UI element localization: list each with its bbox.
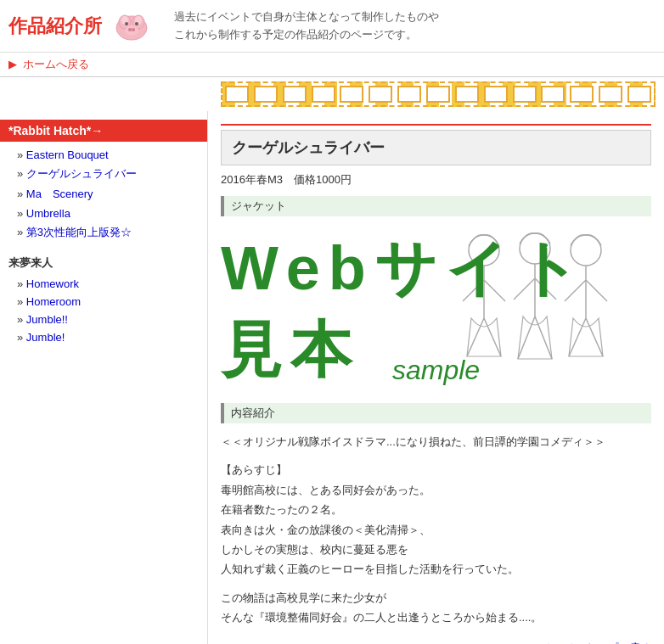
content-title: クーゲルシュライバー xyxy=(221,130,651,165)
deco-block xyxy=(312,86,335,103)
sample-image-area: Webサイト見本 sample xyxy=(221,225,651,395)
sample-sub-text: sample xyxy=(392,355,480,386)
home-link[interactable]: ホームへ戻る xyxy=(23,58,89,70)
svg-line-13 xyxy=(484,280,505,301)
header-desc-line2: これから制作する予定の作品紹介のページです。 xyxy=(174,26,439,44)
desc-para-1: ＜＜オリジナル戦隊ボイスドラマ...になり損ねた、前日譚的学園コメディ＞＞ xyxy=(221,432,651,451)
deco-block xyxy=(225,86,249,103)
sidebar-item-jumble2[interactable]: Jumble!! xyxy=(0,311,207,328)
deco-block xyxy=(340,86,363,103)
sidebar-link-ma-scenery[interactable]: Ma Scenery xyxy=(26,188,93,200)
sidebar-link-homework[interactable]: Homework xyxy=(26,277,79,290)
deco-block xyxy=(455,86,479,103)
content-meta: 2016年春M3 価格1000円 xyxy=(221,172,651,188)
sidebar-item-ma-scenery[interactable]: Ma Scenery xyxy=(0,184,207,204)
sidebar-link-jumble2[interactable]: Jumble!! xyxy=(26,313,68,326)
sidebar-link-jumble1[interactable]: Jumble! xyxy=(26,331,65,344)
sidebar-group-2: 来夢来人 Homework Homeroom Jumble!! Jumble! xyxy=(0,251,207,346)
svg-line-24 xyxy=(565,280,586,301)
sidebar-link-eastern-bouquet[interactable]: Eastern Bouquet xyxy=(26,148,109,161)
sidebar-item-kugelschreiber[interactable]: クーゲルシュライバー xyxy=(0,164,207,184)
sidebar-link-kugelschreiber[interactable]: クーゲルシュライバー xyxy=(26,167,137,180)
svg-point-5 xyxy=(125,25,138,36)
sidebar-group-1: *Rabbit Hatch*→ Eastern Bouquet クーゲルシュライ… xyxy=(0,120,207,243)
sidebar-item-homework[interactable]: Homework xyxy=(0,275,207,293)
header-description: 過去にイベントで自身が主体となって制作したものや これから制作する予定の作品紹介… xyxy=(174,8,439,44)
deco-block xyxy=(599,86,622,103)
jacket-label: ジャケット xyxy=(221,196,651,216)
logo-text: 作品紹介所 xyxy=(8,14,102,39)
header-desc-line1: 過去にイベントで自身が主体となって制作したものや xyxy=(174,8,439,26)
deco-banner xyxy=(0,77,664,111)
deco-inner xyxy=(221,81,656,107)
deco-block xyxy=(254,86,278,103)
deco-block xyxy=(513,86,537,103)
svg-point-6 xyxy=(128,28,132,31)
main-layout: *Rabbit Hatch*→ Eastern Bouquet クーゲルシュライ… xyxy=(0,111,664,644)
sidebar-group-title-2: 来夢来人 xyxy=(0,251,207,275)
logo-pig-icon xyxy=(106,7,157,45)
svg-point-8 xyxy=(125,22,128,25)
svg-point-9 xyxy=(135,22,138,25)
sidebar-link-3rd[interactable]: 第3次性能向上版発☆ xyxy=(26,226,132,238)
intro-label: 内容紹介 xyxy=(221,403,651,423)
deco-block xyxy=(426,86,450,103)
sidebar-item-3rd[interactable]: 第3次性能向上版発☆ xyxy=(0,222,207,243)
page-top-anchor[interactable]: ページのトップへ戻る xyxy=(530,641,651,644)
nav-bar: ▶ ホームへ戻る xyxy=(0,53,664,77)
nav-arrow-icon: ▶ xyxy=(8,58,17,70)
deco-block xyxy=(570,86,594,103)
deco-block xyxy=(484,86,508,103)
sidebar-item-homeroom[interactable]: Homeroom xyxy=(0,293,207,311)
deco-block xyxy=(397,86,421,103)
deco-block xyxy=(369,86,392,103)
svg-line-19 xyxy=(535,278,556,300)
page-top-link[interactable]: ページのトップへ戻る xyxy=(221,641,651,644)
svg-line-25 xyxy=(586,280,607,301)
deco-block xyxy=(541,86,565,103)
sidebar-link-homeroom[interactable]: Homeroom xyxy=(26,295,81,308)
deco-block xyxy=(283,86,307,103)
red-divider xyxy=(221,124,651,126)
deco-block xyxy=(627,86,651,103)
header-logo: 作品紹介所 xyxy=(8,7,157,45)
sidebar-item-eastern-bouquet[interactable]: Eastern Bouquet xyxy=(0,146,207,164)
sidebar-item-umbrella[interactable]: Umbrella xyxy=(0,204,207,222)
svg-point-7 xyxy=(132,28,135,31)
svg-line-18 xyxy=(514,278,535,300)
description-text: ＜＜オリジナル戦隊ボイスドラマ...になり損ねた、前日譚的学園コメディ＞＞ 【あ… xyxy=(221,432,651,628)
sidebar-section-title-1: *Rabbit Hatch*→ xyxy=(0,120,207,142)
content-area: クーゲルシュライバー 2016年春M3 価格1000円 ジャケット xyxy=(208,111,664,644)
svg-line-12 xyxy=(463,280,484,301)
header: 作品紹介所 過去にイベントで自身が主体となって制作したものや これから制作する予… xyxy=(0,0,664,53)
sidebar-item-jumble1[interactable]: Jumble! xyxy=(0,328,207,346)
desc-para-2: 【あらすじ】 毒明館高校には、とある同好会があった。 在籍者数たったの２名。 表… xyxy=(221,460,651,579)
sidebar: *Rabbit Hatch*→ Eastern Bouquet クーゲルシュライ… xyxy=(0,111,208,644)
desc-para-3: この物語は高校見学に来た少女が そんな『環境整備同好会』の二人と出逢うところから… xyxy=(221,588,651,628)
sidebar-link-umbrella[interactable]: Umbrella xyxy=(26,207,70,220)
